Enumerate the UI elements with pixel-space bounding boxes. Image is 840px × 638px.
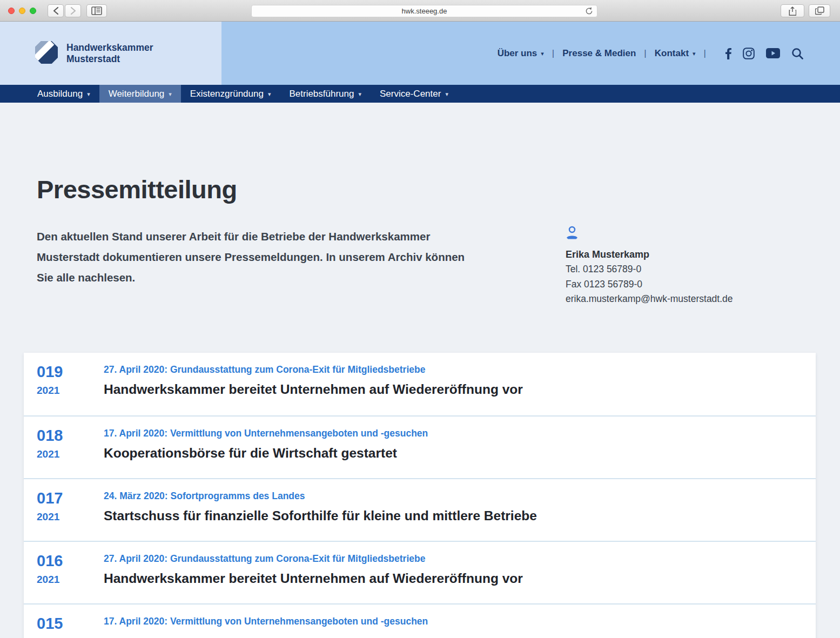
press-item[interactable]: 017 2021 24. März 2020: Sofortprogramms … — [24, 478, 816, 541]
site-logo[interactable]: Handwerkskammer Musterstadt — [34, 22, 153, 85]
youtube-icon[interactable] — [766, 48, 780, 58]
press-item[interactable]: 015 17. April 2020: Vermittlung von Unte… — [24, 603, 816, 638]
item-date-link[interactable]: 17. April 2020: Vermittlung von Unterneh… — [104, 428, 799, 439]
share-icon — [789, 6, 796, 16]
item-number: 016 — [37, 553, 104, 569]
nav-item-service-center[interactable]: Service-Center▾ — [371, 85, 458, 103]
main-navigation: Ausbildung▾ Weiterbildung▾ Existenzgründ… — [0, 85, 840, 103]
item-number: 019 — [37, 364, 104, 380]
search-icon[interactable] — [791, 48, 803, 59]
instagram-icon[interactable] — [743, 48, 755, 59]
item-number-column: 017 2021 — [37, 491, 104, 541]
chevron-down-icon: ▾ — [693, 51, 696, 57]
logo-wordmark: Handwerkskammer Musterstadt — [66, 42, 153, 65]
contact-tel: Tel. 0123 56789-0 — [566, 262, 733, 277]
item-year: 2021 — [37, 385, 104, 397]
press-item[interactable]: 019 2021 27. April 2020: Grundausstattun… — [24, 353, 816, 415]
back-button[interactable] — [48, 4, 64, 17]
item-year: 2021 — [37, 574, 104, 586]
chevron-down-icon: ▾ — [268, 91, 271, 97]
sidebar-toggle-button[interactable] — [86, 4, 107, 17]
chevron-right-icon — [70, 6, 76, 15]
item-date-link[interactable]: 27. April 2020: Grundausstattung zum Cor… — [104, 364, 799, 375]
zoom-window-button[interactable] — [30, 8, 36, 14]
item-year: 2021 — [37, 448, 104, 460]
item-headline[interactable]: Kooperationsbörse für die Wirtschaft ges… — [104, 446, 799, 461]
nav-item-ausbildung[interactable]: Ausbildung▾ — [28, 85, 99, 103]
menu-item-presse-medien[interactable]: Presse & Medien — [562, 48, 636, 59]
menu-item-kontakt[interactable]: Kontakt ▾ — [655, 48, 696, 59]
chevron-down-icon: ▾ — [358, 91, 361, 97]
press-item[interactable]: 016 2021 27. April 2020: Grundausstattun… — [24, 541, 816, 603]
reload-icon[interactable] — [585, 7, 593, 17]
item-number: 018 — [37, 428, 104, 444]
item-date-link[interactable]: 27. April 2020: Grundausstattung zum Cor… — [104, 553, 799, 565]
menu-separator: | — [644, 48, 646, 59]
site-header: Handwerkskammer Musterstadt Über uns ▾ |… — [0, 22, 840, 85]
press-release-list: 019 2021 27. April 2020: Grundausstattun… — [24, 353, 816, 638]
contact-fax: Fax 0123 56789-0 — [566, 277, 733, 292]
window-controls — [8, 8, 36, 14]
chevron-down-icon: ▾ — [87, 91, 90, 97]
minimize-window-button[interactable] — [19, 8, 25, 14]
chevron-down-icon: ▾ — [445, 91, 448, 97]
nav-item-existenzgruendung[interactable]: Existenzgründung▾ — [181, 85, 280, 103]
nav-item-weiterbildung[interactable]: Weiterbildung▾ — [99, 85, 181, 103]
sidebar-icon — [91, 6, 102, 15]
chevron-left-icon — [53, 6, 59, 15]
item-number-column: 018 2021 — [37, 428, 104, 478]
page-content: Pressemitteilung Den aktuellen Stand uns… — [0, 103, 840, 638]
menu-separator: | — [552, 48, 554, 59]
menu-separator: | — [704, 48, 706, 59]
item-number: 015 — [37, 616, 104, 632]
person-icon — [566, 231, 579, 242]
item-number-column: 016 2021 — [37, 553, 104, 603]
browser-chrome: hwk.steeeg.de — [0, 0, 840, 22]
press-item[interactable]: 018 2021 17. April 2020: Vermittlung von… — [24, 415, 816, 478]
chevron-down-icon: ▾ — [169, 91, 172, 97]
share-button[interactable] — [781, 4, 804, 17]
item-number-column: 019 2021 — [37, 364, 104, 415]
item-year: 2021 — [37, 511, 104, 523]
header-menu: Über uns ▾ | Presse & Medien | Kontakt ▾… — [498, 22, 803, 85]
item-number-column: 015 — [37, 616, 104, 638]
close-window-button[interactable] — [8, 8, 15, 14]
chevron-down-icon: ▾ — [541, 51, 544, 57]
page-title: Pressemitteilung — [37, 176, 840, 204]
contact-email[interactable]: erika.musterkamp@hwk-musterstadt.de — [566, 292, 733, 307]
contact-card: Erika Musterkamp Tel. 0123 56789-0 Fax 0… — [566, 226, 733, 307]
forward-button[interactable] — [65, 4, 81, 17]
item-date-link[interactable]: 17. April 2020: Vermittlung von Unterneh… — [104, 616, 799, 627]
item-headline[interactable]: Startschuss für finanzielle Soforthilfe … — [104, 508, 799, 523]
address-bar[interactable]: hwk.steeeg.de — [251, 5, 597, 17]
nav-item-betriebsfuehrung[interactable]: Betriebsführung▾ — [280, 85, 371, 103]
hwk-logo-icon — [34, 39, 59, 68]
item-headline[interactable]: Handwerkskammer bereitet Unternehmen auf… — [104, 571, 799, 586]
item-headline[interactable]: Handwerkskammer bereitet Unternehmen auf… — [104, 382, 799, 397]
menu-item-ueber-uns[interactable]: Über uns ▾ — [498, 48, 544, 59]
item-date-link[interactable]: 24. März 2020: Sofortprogramms des Lande… — [104, 491, 799, 502]
url-text: hwk.steeeg.de — [402, 7, 447, 15]
contact-name: Erika Musterkamp — [566, 247, 733, 263]
facebook-icon[interactable] — [725, 48, 731, 59]
item-number: 017 — [37, 491, 104, 506]
show-tabs-button[interactable] — [809, 4, 830, 17]
tabs-overview-icon — [815, 6, 824, 15]
